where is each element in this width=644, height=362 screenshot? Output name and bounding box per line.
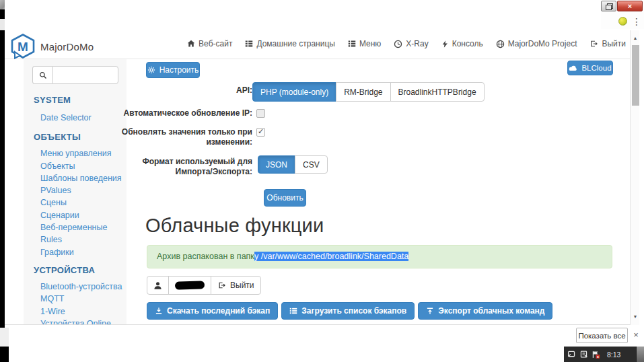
update-button[interactable]: Обновить — [264, 189, 306, 207]
sidebar-item-mqtt[interactable]: MQTT — [40, 293, 127, 305]
svg-text:x: x — [597, 354, 599, 358]
auto-ip-checkbox[interactable] — [256, 109, 265, 118]
console-bolt-icon — [441, 40, 449, 48]
load-backup-list-button[interactable]: Загрузить список бэкапов — [281, 302, 415, 320]
sidebar-item-scenarios[interactable]: Сценарии — [40, 209, 127, 221]
sidebar-item-bluetooth[interactable]: Bluetooth-устройства — [40, 281, 127, 293]
list-icon — [289, 307, 297, 315]
page-scrollbar[interactable]: ▲ ▼ — [630, 30, 639, 325]
api-option-broadlinkhttpbridge[interactable]: BroadlinkHTTPBridge — [390, 82, 485, 102]
alert-text: Архив распакован в папк — [157, 252, 254, 261]
extension-icon[interactable] — [618, 17, 627, 26]
cloud-functions-title: Облачные функции — [145, 215, 324, 237]
sidebar-item-pvalues[interactable]: PValues — [40, 184, 127, 196]
globe-icon — [496, 40, 505, 48]
configure-button[interactable]: Настроить — [146, 62, 200, 78]
sidebar: SYSTEM Date Selector ОБЪЕКТЫ Меню управл… — [24, 59, 127, 325]
api-option-php[interactable]: PHP (module-only) — [252, 82, 336, 102]
show-all-downloads-button[interactable]: Показать все — [576, 328, 628, 343]
download-icon — [155, 307, 163, 315]
window-close-button[interactable]: × — [617, 1, 643, 11]
user-logout-button[interactable]: Выйти — [211, 276, 261, 295]
scrollbar-thumb[interactable] — [632, 45, 639, 106]
gear-icon — [147, 66, 155, 74]
nav-console[interactable]: Консоль — [441, 39, 483, 48]
scroll-up-icon[interactable]: ▲ — [631, 34, 640, 43]
api-label: API: — [111, 85, 252, 96]
restore-icon — [606, 3, 612, 9]
cloud-actions: Скачать последний бэкап Загрузить список… — [147, 302, 552, 320]
format-option-csv[interactable]: CSV — [295, 155, 328, 174]
search-input[interactable] — [52, 66, 118, 84]
download-last-backup-button[interactable]: Скачать последний бэкап — [147, 302, 278, 320]
cloud-icon — [569, 65, 577, 71]
screen: × ⋮ M MajorDoMo Веб-сайт Домашние страни… — [0, 0, 644, 362]
system-tray: x — [567, 350, 600, 359]
flag-alert-icon: x — [592, 350, 600, 359]
bottom-left-fragment — [0, 328, 9, 347]
window-restore-button[interactable] — [601, 1, 616, 11]
menu-list-icon — [348, 40, 356, 48]
update-on-change-label: Обновлять значения только при изменении: — [111, 127, 252, 147]
nav-home-pages[interactable]: Домашние страницы — [245, 39, 335, 48]
nav-majordomo-project[interactable]: MajorDoMo Project — [496, 39, 577, 48]
alert-selected-path: у /var/www/cached/broadlink/SharedData — [254, 252, 408, 261]
username-button[interactable] — [168, 276, 211, 295]
sidebar-item-devices-online[interactable]: Устройства Online — [40, 318, 127, 325]
close-icon: × — [628, 3, 632, 10]
update-on-change-checkbox[interactable] — [256, 128, 265, 137]
downloads-close-icon[interactable]: × — [631, 330, 641, 340]
archive-alert: Архив распакован в папку /var/www/cached… — [147, 245, 612, 268]
api-option-group: PHP (module-only) RM-Bridge BroadlinkHTT… — [252, 82, 485, 102]
person-icon — [153, 281, 162, 290]
taskbar-clock: 8:13 — [607, 351, 620, 359]
browser-titlebar — [5, 0, 601, 29]
site-header: M MajorDoMo Веб-сайт Домашние страницы М… — [5, 29, 630, 59]
window-edge-fragment — [0, 19, 5, 30]
page-content: SYSTEM Date Selector ОБЪЕКТЫ Меню управл… — [5, 59, 630, 325]
export-cloud-commands-button[interactable]: Экспорт облачных команд — [418, 302, 552, 320]
sidebar-section-devices: УСТРОЙСТВА — [34, 265, 127, 275]
majordomo-logo-icon: M — [11, 34, 35, 59]
desktop-edge — [0, 9, 5, 328]
nav-logout[interactable]: Выйти — [589, 39, 626, 48]
brand[interactable]: M MajorDoMo — [11, 34, 94, 59]
sidebar-section-system: SYSTEM — [34, 95, 127, 105]
nav-menu[interactable]: Меню — [348, 39, 381, 48]
sidebar-item-scenes[interactable]: Сцены — [40, 196, 127, 209]
blcloud-button[interactable]: BLCloud — [567, 61, 613, 75]
browser-menu-icon[interactable]: ⋮ — [632, 15, 640, 28]
nav-website[interactable]: Веб-сайт — [187, 39, 232, 48]
tray-window-icon[interactable] — [567, 350, 576, 359]
taskbar: x 8:13 — [564, 347, 644, 362]
api-option-rm-bridge[interactable]: RM-Bridge — [336, 82, 390, 102]
auto-ip-label: Автоматическое обновление IP: — [111, 108, 252, 118]
sidebar-item-rules[interactable]: Rules — [40, 233, 127, 246]
export-icon — [426, 307, 434, 315]
show-desktop-button[interactable] — [636, 347, 644, 362]
logout-icon — [589, 40, 598, 48]
sidebar-item-1wire[interactable]: 1-Wire — [40, 305, 127, 318]
pages-list-icon — [245, 40, 253, 48]
sidebar-search — [32, 66, 118, 84]
search-button[interactable] — [32, 66, 52, 84]
top-nav: Веб-сайт Домашние страницы Меню X-Ray Ко… — [187, 29, 626, 59]
home-icon — [187, 40, 195, 48]
format-option-group: JSON CSV — [258, 155, 328, 174]
format-label: Формат используемый для Импорта/Экспорта… — [111, 157, 252, 177]
sidebar-item-web-variables[interactable]: Веб-переменные — [40, 221, 127, 233]
tray-window-icon — [567, 350, 576, 359]
sidebar-item-charts[interactable]: Графики — [40, 246, 127, 258]
tray-flag-alert-icon[interactable]: x — [592, 350, 600, 359]
format-option-json[interactable]: JSON — [258, 155, 295, 174]
scroll-down-icon[interactable]: ▼ — [631, 312, 640, 322]
search-icon — [39, 71, 47, 79]
tray-clipboard-icon — [579, 350, 588, 359]
tray-clipboard-icon[interactable] — [579, 350, 588, 359]
svg-text:M: M — [17, 40, 28, 54]
clock-icon — [394, 40, 402, 48]
censored-username — [175, 281, 205, 290]
bottom-left-black — [0, 347, 9, 362]
user-button[interactable] — [147, 276, 169, 295]
nav-xray[interactable]: X-Ray — [394, 39, 428, 48]
